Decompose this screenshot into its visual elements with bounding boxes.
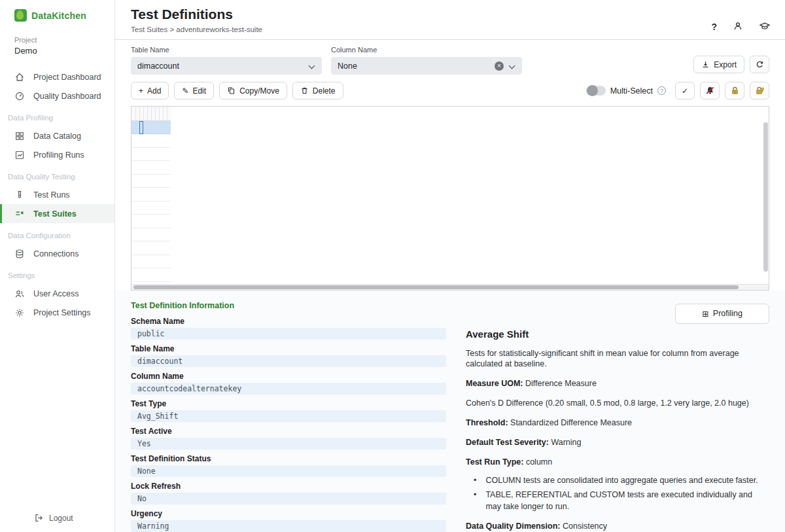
breadcrumb[interactable]: Test Suites > adventureworks-test-suite (131, 26, 769, 33)
export-button[interactable]: Export (693, 56, 744, 73)
copy-move-label: Copy/Move (239, 86, 279, 96)
database-icon (14, 249, 25, 259)
table-cell[interactable]: Inherited (No) (167, 148, 171, 161)
sidebar-item-project-settings[interactable]: Project Settings (0, 303, 114, 322)
field-value: No (131, 493, 446, 505)
sidebar-item-label: Connections (33, 249, 79, 258)
gauge-icon (14, 91, 25, 101)
graduation-cap-icon[interactable] (759, 21, 771, 33)
table-row[interactable]: publicdimaccountaccountkeyMinimum ValueY… (131, 255, 171, 269)
unlock-key-button[interactable] (750, 82, 769, 99)
sidebar-section-settings: Settings (0, 272, 114, 279)
profiling-icon: ⊞ (702, 309, 708, 319)
table-cell[interactable]: Inherited (No) (167, 175, 171, 188)
horizontal-scrollbar[interactable] (131, 284, 769, 290)
field-label: Table Name (131, 344, 446, 353)
table-cell[interactable]: Inherited (No) (167, 134, 171, 147)
mute-notifications-button[interactable] (700, 82, 720, 99)
delete-label: Delete (313, 86, 336, 96)
brand-name: DataKitchen (31, 10, 86, 21)
field-value: None (131, 465, 446, 477)
refresh-button[interactable] (750, 56, 769, 73)
details-panel: Test Definition Information Schema Namep… (115, 291, 785, 532)
data-quality-dimension: Data Quality Dimension: Consistency (466, 521, 769, 532)
table-row[interactable]: publicdimaccountaccountcodealternatekeyN… (131, 134, 171, 148)
table-cell[interactable]: Inherited (No) (167, 202, 171, 215)
app: DataKitchen Project Demo Project Dashboa… (0, 0, 785, 532)
table-row[interactable]: publicdimaccountaccountcodealternatekeyR… (131, 161, 171, 175)
bell-slash-icon (705, 86, 715, 96)
sidebar-item-test-runs[interactable]: Test Runs (0, 185, 114, 204)
table-cell[interactable]: Inherited (No) (167, 215, 171, 228)
logout-icon (34, 513, 44, 523)
pencil-icon: ✎ (182, 86, 188, 96)
test-type-description: Tests for statistically-significant shif… (466, 348, 769, 370)
column-name-select[interactable]: None × (331, 57, 522, 75)
table-cell[interactable]: Inherited (No) (167, 255, 171, 268)
info-icon[interactable]: ? (657, 86, 666, 95)
table-row[interactable]: publicdimaccountaccountkeyAverage ShiftY… (131, 228, 171, 242)
chevron-down-icon (309, 63, 315, 69)
multi-select-label: Multi-Select (610, 86, 653, 96)
column-name-label: Column Name (331, 46, 522, 54)
table-row[interactable]: publicdimaccountaccountcodealternatekeyA… (131, 121, 171, 135)
field-value: dimaccount (131, 355, 446, 367)
sidebar-item-test-suites[interactable]: Test Suites (0, 204, 114, 223)
test-type-description-panel: ⊞ Profiling Average Shift Tests for stat… (466, 301, 769, 532)
table-cell[interactable]: Inherited (No) (167, 188, 171, 201)
table-row[interactable]: publicdimaccountaccountdescriptionAlpha … (131, 188, 171, 202)
clear-icon[interactable]: × (495, 62, 504, 71)
add-button[interactable]: + Add (131, 82, 169, 99)
info-fields: Schema NamepublicTable NamedimaccountCol… (131, 317, 446, 532)
user-icon[interactable] (733, 21, 743, 33)
sidebar-section-data-profiling: Data Profiling (0, 114, 114, 122)
table-name-select[interactable]: dimaccount (131, 57, 322, 75)
table-header-row: SchemaTableColumns / FocusTest NameActiv… (131, 107, 171, 120)
column-header[interactable]: Export to Observabilty (167, 107, 171, 120)
multi-select-toggle[interactable] (586, 86, 606, 96)
home-icon (14, 72, 25, 82)
lock-button[interactable] (725, 82, 744, 99)
test-type-bullets: •COLUMN tests are consolidated into aggr… (466, 475, 769, 513)
delete-button[interactable]: Delete (292, 82, 343, 99)
profiling-button[interactable]: ⊞ Profiling (675, 304, 769, 324)
export-label: Export (714, 60, 737, 69)
chart-icon (14, 150, 25, 160)
logout-button[interactable]: Logout (34, 513, 73, 523)
scrollbar-thumb[interactable] (133, 285, 739, 289)
table-row[interactable]: publicdimaccountaccountcodealternatekeyP… (131, 175, 171, 188)
bullet-item: •COLUMN tests are consolidated into aggr… (474, 475, 769, 487)
table-cell[interactable]: Inherited (No) (167, 241, 171, 255)
sidebar-item-profiling-runs[interactable]: Profiling Runs (0, 145, 114, 164)
help-icon[interactable]: ? (711, 22, 717, 31)
field-value: accountcodealternatekey (131, 383, 446, 395)
field-label: Column Name (131, 372, 446, 381)
table-cell[interactable]: Inherited (No) (167, 121, 171, 134)
page-header: Test Definitions Test Suites > adventure… (115, 0, 785, 40)
table-row[interactable]: publicdimaccountaccountcodealternatekeyM… (131, 148, 171, 162)
sidebar-item-user-access[interactable]: User Access (0, 284, 114, 303)
table-cell[interactable]: Inherited (No) (167, 228, 171, 241)
chevron-down-icon (509, 63, 515, 69)
table-row[interactable]: publicdimaccountaccountdescriptionPercen… (131, 215, 171, 228)
test-type-attributes: Measure UOM: Difference MeasureCohen's D… (466, 378, 769, 467)
table-row[interactable]: publicdimaccountaccountdescriptionRequir… (131, 202, 171, 215)
sidebar-item-label: Profiling Runs (33, 151, 84, 160)
sidebar-item-connections[interactable]: Connections (0, 244, 114, 263)
test-tube-icon (14, 190, 25, 200)
dimension-label: Data Quality Dimension: (466, 522, 560, 531)
main-content: Test Definitions Test Suites > adventure… (115, 0, 785, 532)
table-row[interactable]: publicdimaccountaccountkeyNew ShiftYesNo… (131, 241, 171, 255)
vertical-scrollbar[interactable] (763, 122, 768, 272)
sidebar-item-quality-dashboard[interactable]: Quality Dashboard (0, 86, 114, 105)
sidebar-item-project-dashboard[interactable]: Project Dashboard (0, 67, 114, 86)
table-cell[interactable]: Inherited (No) (167, 161, 171, 174)
sidebar-item-data-catalog[interactable]: Data Catalog (0, 126, 114, 145)
confirm-button[interactable]: ✓ (675, 82, 695, 99)
table-cell[interactable]: Inherited (No) (167, 268, 171, 281)
edit-button[interactable]: ✎ Edit (174, 82, 214, 99)
table-row[interactable]: publicdimaccountaccountkeyRequired Entry… (131, 268, 171, 282)
test-attribute: Threshold: Standardized Difference Measu… (466, 417, 769, 429)
copy-move-button[interactable]: Copy/Move (219, 82, 287, 99)
test-attribute: Test Run Type: column (466, 457, 769, 468)
